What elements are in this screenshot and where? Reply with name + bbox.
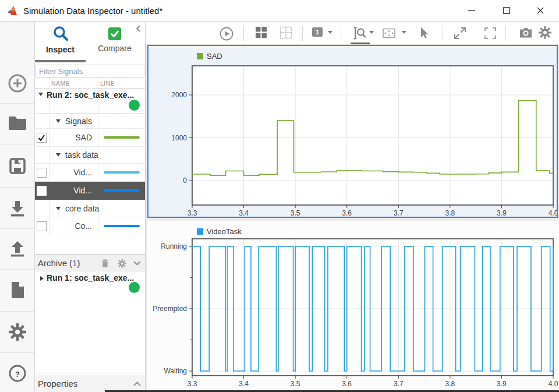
paren: ) xyxy=(77,258,80,268)
plot-settings-button[interactable] xyxy=(539,26,551,39)
chevron-up-icon[interactable] xyxy=(133,380,141,387)
signal-row-vid1[interactable]: Vid... xyxy=(35,164,145,182)
chevron-down-icon[interactable] xyxy=(133,260,141,267)
signal-row-vid2-selected[interactable]: Vid... xyxy=(35,182,145,200)
download-arrow-icon xyxy=(9,200,26,217)
signal-checkbox[interactable] xyxy=(37,168,47,178)
signal-row-sad[interactable]: SAD xyxy=(35,129,145,147)
window-title: Simulation Data Inspector - untitled* xyxy=(23,6,162,16)
archive-header[interactable]: Archive (1) xyxy=(35,254,145,271)
fit-dropdown[interactable] xyxy=(402,31,406,34)
svg-text:3.4: 3.4 xyxy=(239,380,249,388)
upload-arrow-icon xyxy=(9,240,26,257)
run2-row[interactable]: Run 2: soc_task_exe... xyxy=(35,89,145,114)
divider xyxy=(0,144,34,145)
minimize-button[interactable] xyxy=(458,0,485,21)
svg-text:3.9: 3.9 xyxy=(497,380,507,388)
divider xyxy=(0,103,34,104)
signal-name: Co... xyxy=(52,221,92,231)
help-button[interactable]: ? xyxy=(0,356,34,391)
edit-subplots-button[interactable] xyxy=(280,26,292,39)
grid-squares-icon xyxy=(255,26,267,38)
toolbar-separator xyxy=(243,26,244,41)
group-row-task-data[interactable]: task data xyxy=(35,146,145,164)
videotask-chart: RunningPreemptedWaiting3.33.43.53.63.73.… xyxy=(147,221,559,392)
plus-circle-icon xyxy=(8,73,27,93)
preferences-button[interactable] xyxy=(0,315,34,349)
layout-grid-button[interactable] xyxy=(255,26,267,38)
replay-button[interactable] xyxy=(219,26,234,41)
add-run-button[interactable] xyxy=(0,66,34,101)
tab-inspect[interactable]: Inspect xyxy=(35,22,86,62)
expander-icon[interactable] xyxy=(56,207,61,210)
magnifier-icon xyxy=(52,25,69,43)
import-button[interactable] xyxy=(0,191,34,226)
fullscreen-button[interactable] xyxy=(483,26,497,40)
signal-table-header: NAME LINE xyxy=(35,78,145,89)
run2-status-dot xyxy=(129,100,140,111)
line-swatch xyxy=(104,189,140,192)
divider xyxy=(37,373,143,373)
svg-text:Running: Running xyxy=(161,242,187,250)
archive-gear-icon[interactable] xyxy=(118,259,126,268)
report-button[interactable] xyxy=(0,273,34,308)
filter-signals-input[interactable] xyxy=(36,65,144,77)
collapse-sidebar-button[interactable] xyxy=(134,24,143,33)
column-name: NAME xyxy=(51,80,70,87)
sad-chart: 0100020003.33.43.53.63.73.83.94.0 xyxy=(148,46,557,217)
fit-to-view-button[interactable] xyxy=(382,26,396,40)
run2-label: Run 2: soc_task_exe... xyxy=(47,90,134,100)
svg-text:4.0: 4.0 xyxy=(549,209,557,217)
properties-bar[interactable]: Properties xyxy=(35,375,145,392)
column-line: LINE xyxy=(100,80,115,87)
expander-icon[interactable] xyxy=(56,153,61,157)
zoom-dropdown[interactable] xyxy=(369,31,374,34)
cursor-arrow-icon xyxy=(417,26,431,40)
folder-icon xyxy=(8,115,27,130)
trash-icon[interactable] xyxy=(101,259,109,269)
layout-count-box: 1 xyxy=(312,27,323,37)
svg-text:3.9: 3.9 xyxy=(497,209,507,217)
span-x-button[interactable] xyxy=(453,26,467,40)
signal-name: SAD xyxy=(52,133,92,142)
divider xyxy=(0,311,34,312)
save-button[interactable] xyxy=(0,149,34,183)
subplot-videotask[interactable]: VideoTask RunningPreemptedWaiting3.33.43… xyxy=(147,221,559,392)
svg-text:3.3: 3.3 xyxy=(187,209,197,217)
left-icon-strip: ? xyxy=(0,22,35,392)
active-tool-underline xyxy=(351,43,370,44)
toolbar-separator xyxy=(505,26,506,41)
group-row-signals[interactable]: Signals xyxy=(35,114,145,129)
close-button[interactable] xyxy=(527,0,554,21)
camera-icon xyxy=(519,26,533,38)
gear-icon xyxy=(539,26,551,39)
expander-icon[interactable] xyxy=(40,276,44,281)
signal-checkbox[interactable] xyxy=(37,221,47,231)
maximize-button[interactable] xyxy=(493,0,520,21)
expander-icon[interactable] xyxy=(38,93,43,96)
signal-checkbox-checked[interactable] xyxy=(37,133,47,143)
signal-row-co[interactable]: Co... xyxy=(35,217,145,235)
subplot-sad[interactable]: SAD 0100020003.33.43.53.63.73.83.94.0 xyxy=(147,45,558,218)
group-label: core data xyxy=(65,204,99,213)
active-tab-underline xyxy=(35,60,86,62)
pointer-tool-button[interactable] xyxy=(417,26,431,40)
zoom-in-time-button[interactable] xyxy=(353,26,367,40)
matlab-logo-icon xyxy=(8,5,19,16)
snapshot-button[interactable] xyxy=(519,26,533,38)
layout-one-button[interactable]: 1 xyxy=(312,27,323,37)
layout-dropdown[interactable] xyxy=(328,31,332,34)
toolbar-separator xyxy=(443,26,443,41)
svg-text:1000: 1000 xyxy=(171,134,187,142)
svg-text:4.0: 4.0 xyxy=(549,380,558,388)
group-row-core-data[interactable]: core data xyxy=(35,200,145,217)
check-icon xyxy=(37,133,46,142)
svg-text:3.8: 3.8 xyxy=(445,209,455,217)
open-button[interactable] xyxy=(0,105,34,140)
run1-row[interactable]: Run 1: soc_task_exe... xyxy=(35,271,145,296)
signal-checkbox[interactable] xyxy=(37,186,47,196)
expander-icon[interactable] xyxy=(56,119,61,123)
export-button[interactable] xyxy=(0,231,34,266)
zoom-time-icon xyxy=(353,26,367,40)
title-bar: Simulation Data Inspector - untitled* xyxy=(0,0,559,22)
